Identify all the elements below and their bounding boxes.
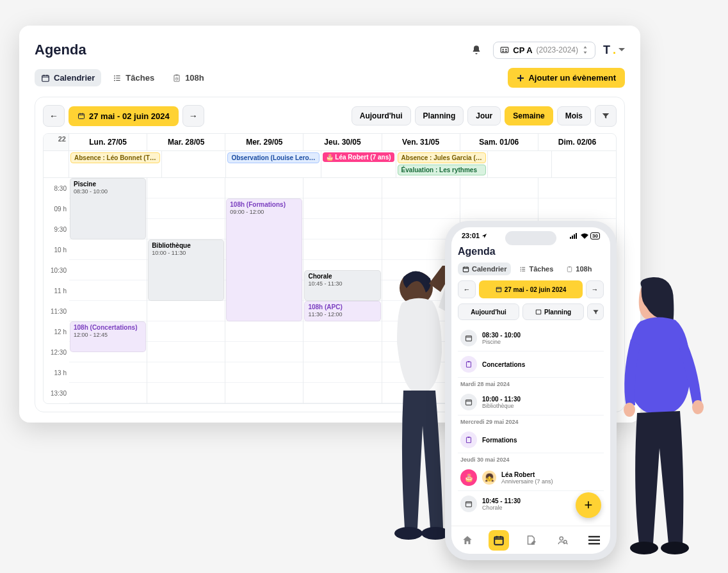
fab-add-button[interactable]: +: [576, 492, 601, 518]
class-label: CP A: [513, 45, 532, 55]
list-item[interactable]: 08:30 - 10:00 Piscine: [458, 325, 604, 351]
user-menu[interactable]: T.: [603, 44, 625, 57]
svg-point-40: [692, 400, 704, 414]
phone-screen: 23:01 30 Agenda Calendrier Tâches: [451, 227, 610, 554]
tab-tasks[interactable]: Tâches: [106, 69, 161, 86]
class-selector[interactable]: CP A (2023-2024): [493, 42, 595, 59]
tab-hours[interactable]: 108h: [166, 69, 211, 86]
document-edit-icon: [525, 535, 537, 546]
event-bibliotheque[interactable]: Bibliothèque 10:00 - 11:30: [148, 239, 224, 301]
cake-icon: 🎂: [460, 469, 477, 486]
filter-icon: [601, 111, 610, 120]
svg-rect-29: [466, 400, 472, 405]
day-header: Lun. 27/05: [69, 134, 147, 150]
list-item[interactable]: 10:00 - 11:30 Bibliothèque: [458, 389, 604, 416]
event-chorale[interactable]: Chorale 10:45 - 11:30: [304, 270, 380, 301]
mobile-filter-button[interactable]: [587, 303, 604, 320]
add-event-button[interactable]: Ajouter un évènement: [508, 68, 625, 88]
mobile-tab-hours[interactable]: 108h: [562, 262, 596, 275]
svg-point-21: [521, 270, 521, 271]
nav-calendar[interactable]: [489, 530, 509, 551]
header: Agenda CP A (2023-2024) T.: [35, 41, 625, 59]
event-piscine[interactable]: Piscine 08:30 - 10:00: [70, 178, 146, 239]
svg-point-6: [114, 79, 115, 81]
calendar-icon: [41, 74, 50, 83]
svg-rect-3: [42, 75, 49, 81]
svg-point-42: [661, 542, 689, 554]
list-item[interactable]: Concertations: [458, 351, 604, 378]
event-apc[interactable]: 108h (APC) 11:30 - 12:00: [304, 301, 380, 321]
tabs-row: Calendrier Tâches 108h Ajouter un évènem…: [35, 68, 625, 88]
day-column[interactable]: Bibliothèque 10:00 - 11:30: [147, 178, 225, 403]
svg-rect-0: [501, 47, 508, 52]
date-range-pill[interactable]: 27 mai - 02 juin 2024: [69, 106, 179, 126]
chevron-down-icon: [619, 48, 625, 52]
view-day[interactable]: Jour: [467, 106, 501, 125]
mobile-prev-button[interactable]: ←: [458, 280, 476, 298]
calendar-icon: [460, 330, 477, 346]
svg-point-41: [630, 542, 658, 554]
filter-button[interactable]: [595, 105, 617, 127]
view-planning[interactable]: Planning: [415, 106, 464, 125]
svg-point-1: [503, 49, 504, 50]
svg-rect-25: [536, 310, 541, 314]
svg-rect-38: [588, 543, 600, 545]
allday-row: Absence : Léo Bonnet (T… Observation (Lo…: [44, 151, 616, 178]
svg-point-12: [394, 527, 423, 540]
allday-birthday[interactable]: 🎂 Léa Robert (7 ans): [323, 152, 394, 162]
mobile-date-pill[interactable]: 27 mai - 02 juin 2024: [479, 280, 583, 298]
mobile-planning-button[interactable]: Planning: [522, 303, 584, 320]
calendar-icon: [493, 535, 505, 546]
prev-week-button[interactable]: ←: [43, 105, 65, 127]
mobile-view-row: Aujourd'hui Planning: [458, 303, 604, 320]
allday-evaluation[interactable]: Évaluation : Les rythmes: [398, 165, 486, 175]
allday-absence[interactable]: Absence : Léo Bonnet (T…: [70, 152, 160, 163]
filter-icon: [592, 309, 599, 316]
day-column[interactable]: Chorale 10:45 - 11:30 108h (APC) 11:30 -…: [303, 178, 382, 403]
clipboard-icon: [566, 266, 573, 273]
list-item[interactable]: 🎂 👧 Léa Robert Anniversaire (7 ans): [458, 465, 604, 491]
tab-calendar[interactable]: Calendrier: [35, 69, 101, 86]
time-label: 12:30: [44, 342, 69, 362]
list-item[interactable]: Formations: [458, 427, 604, 453]
day-header: Mar. 28/05: [147, 134, 225, 150]
mobile-tab-tasks[interactable]: Tâches: [515, 262, 558, 275]
signal-icon: [570, 233, 579, 239]
svg-rect-36: [588, 536, 600, 538]
event-formations[interactable]: 108h (Formations) 09:00 - 12:00: [226, 198, 302, 321]
nav-home[interactable]: [457, 530, 478, 551]
view-month[interactable]: Mois: [557, 106, 591, 125]
allday-absence[interactable]: Absence : Jules Garcia (…: [398, 152, 486, 163]
mobile-tab-calendar[interactable]: Calendrier: [458, 262, 511, 275]
time-label: 10:30: [44, 260, 69, 280]
time-label: 09 h: [44, 198, 69, 219]
nav-menu[interactable]: [584, 530, 604, 551]
time-label: 10 h: [44, 239, 69, 260]
svg-point-4: [114, 75, 115, 76]
next-week-button[interactable]: →: [182, 105, 204, 127]
svg-rect-18: [463, 267, 468, 271]
notifications-button[interactable]: [467, 41, 485, 59]
event-concertations[interactable]: 108h (Concertations) 12:00 - 12:45: [70, 321, 146, 352]
illustration-person-2: [615, 275, 711, 557]
view-week[interactable]: Semaine: [505, 106, 553, 125]
nav-edit[interactable]: [521, 530, 541, 551]
svg-rect-27: [467, 362, 471, 367]
day-heading: Mercredi 29 mai 2024: [458, 416, 604, 427]
nav-students[interactable]: [553, 530, 573, 551]
today-button[interactable]: Aujourd'hui: [352, 106, 411, 125]
day-header: Jeu. 30/05: [303, 134, 382, 150]
header-right: CP A (2023-2024) T.: [467, 41, 625, 59]
allday-observation[interactable]: Observation (Louise Lero…: [227, 152, 319, 163]
calendar-icon: [77, 112, 85, 120]
svg-rect-10: [79, 114, 85, 119]
time-label: 13:30: [44, 383, 69, 403]
mobile-today-button[interactable]: Aujourd'hui: [458, 303, 519, 320]
day-column[interactable]: 108h (Formations) 09:00 - 12:00: [225, 178, 303, 403]
day-column[interactable]: Piscine 08:30 - 10:00 108h (Concertation…: [69, 178, 147, 403]
svg-point-34: [560, 537, 563, 540]
svg-rect-15: [572, 236, 573, 239]
chevron-updown-icon: [582, 46, 588, 54]
mobile-next-button[interactable]: →: [586, 280, 604, 298]
status-time: 23:01: [462, 232, 480, 239]
